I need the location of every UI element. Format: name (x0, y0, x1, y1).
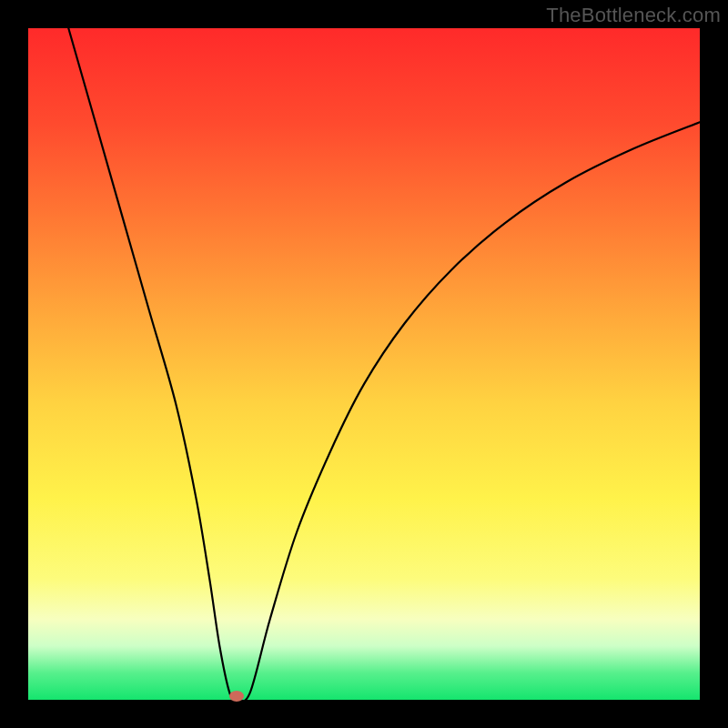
bottleneck-curve (28, 28, 700, 700)
chart-frame: TheBottleneck.com (0, 0, 728, 728)
plot-area (28, 28, 700, 700)
watermark-text: TheBottleneck.com (546, 4, 721, 27)
bottleneck-marker (229, 691, 244, 702)
